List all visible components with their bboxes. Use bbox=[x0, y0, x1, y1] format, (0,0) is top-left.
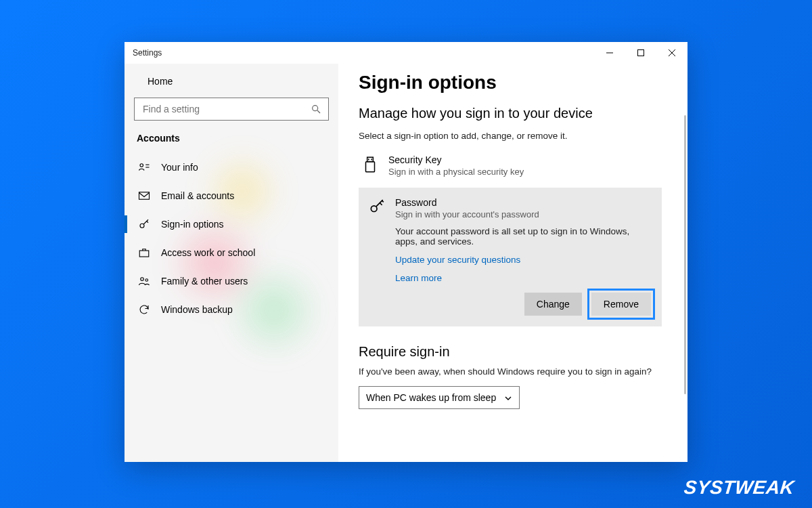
sidebar-item-label: Windows backup bbox=[161, 304, 233, 315]
briefcase-icon bbox=[138, 247, 150, 259]
svg-point-4 bbox=[313, 106, 318, 111]
sidebar-nav: Your info Email & accounts Sign-in optio… bbox=[134, 153, 329, 324]
sidebar-item-label: Access work or school bbox=[161, 247, 255, 258]
remove-button[interactable]: Remove bbox=[591, 293, 651, 316]
usb-key-icon bbox=[361, 156, 379, 173]
option-sub: Sign in with your account's password bbox=[395, 209, 539, 219]
svg-point-10 bbox=[140, 224, 144, 228]
window-title: Settings bbox=[133, 48, 162, 58]
svg-rect-1 bbox=[638, 50, 644, 56]
svg-rect-9 bbox=[139, 192, 150, 200]
option-title: Security Key bbox=[388, 154, 524, 165]
svg-rect-14 bbox=[367, 157, 374, 162]
password-key-icon bbox=[368, 198, 386, 216]
svg-point-13 bbox=[145, 279, 148, 282]
option-password[interactable]: Password Sign in with your account's pas… bbox=[368, 197, 651, 219]
sidebar-item-label: Your info bbox=[161, 162, 198, 173]
learn-more-link[interactable]: Learn more bbox=[395, 273, 651, 283]
sidebar: Home Accounts Your info bbox=[125, 64, 338, 462]
require-signin-dropdown[interactable]: When PC wakes up from sleep bbox=[359, 386, 520, 409]
svg-point-12 bbox=[141, 278, 144, 281]
search-input[interactable] bbox=[134, 98, 329, 121]
sidebar-item-signin-options[interactable]: Sign-in options bbox=[134, 210, 329, 238]
require-signin-title: Require sign-in bbox=[359, 344, 662, 360]
titlebar: Settings bbox=[125, 42, 687, 64]
chevron-down-icon bbox=[504, 394, 512, 402]
option-security-key[interactable]: Security Key Sign in with a physical sec… bbox=[359, 150, 662, 181]
sidebar-home[interactable]: Home bbox=[134, 69, 329, 93]
settings-window: Settings Home A bbox=[125, 42, 687, 462]
people-icon bbox=[138, 275, 150, 287]
sidebar-item-label: Family & other users bbox=[161, 276, 248, 287]
sidebar-item-work-school[interactable]: Access work or school bbox=[134, 238, 329, 267]
sidebar-item-label: Sign-in options bbox=[161, 219, 224, 230]
sidebar-item-your-info[interactable]: Your info bbox=[134, 153, 329, 182]
sidebar-item-email-accounts[interactable]: Email & accounts bbox=[134, 182, 329, 210]
search-field[interactable] bbox=[141, 103, 311, 115]
sidebar-item-family-users[interactable]: Family & other users bbox=[134, 267, 329, 295]
option-password-panel: Password Sign in with your account's pas… bbox=[359, 188, 662, 326]
watermark: SYSTWEAK bbox=[684, 477, 794, 499]
close-button[interactable] bbox=[656, 42, 687, 64]
require-signin-question: If you've been away, when should Windows… bbox=[359, 366, 662, 377]
maximize-button[interactable] bbox=[625, 42, 656, 64]
sync-icon bbox=[138, 303, 150, 316]
content-pane: Sign-in options Manage how you sign in t… bbox=[338, 64, 687, 462]
sidebar-item-windows-backup[interactable]: Windows backup bbox=[134, 295, 329, 324]
sidebar-section-label: Accounts bbox=[137, 133, 329, 144]
page-subtitle: Manage how you sign in to your device bbox=[359, 106, 662, 121]
sidebar-item-label: Email & accounts bbox=[161, 190, 234, 201]
sidebar-home-label: Home bbox=[148, 76, 173, 87]
search-icon bbox=[311, 104, 321, 114]
person-card-icon bbox=[138, 161, 150, 173]
scrollbar[interactable] bbox=[684, 115, 686, 394]
page-title: Sign-in options bbox=[359, 72, 662, 93]
option-title: Password bbox=[395, 197, 539, 208]
minimize-button[interactable] bbox=[594, 42, 625, 64]
dropdown-selected: When PC wakes up from sleep bbox=[366, 392, 496, 403]
svg-line-5 bbox=[317, 110, 320, 113]
mail-icon bbox=[138, 190, 150, 202]
svg-point-6 bbox=[140, 164, 143, 167]
change-button[interactable]: Change bbox=[524, 293, 582, 316]
option-sub: Sign in with a physical security key bbox=[388, 167, 524, 177]
svg-rect-15 bbox=[366, 162, 375, 172]
svg-point-18 bbox=[371, 206, 377, 212]
page-hint: Select a sign-in option to add, change, … bbox=[359, 131, 662, 141]
key-icon bbox=[138, 218, 150, 230]
svg-rect-11 bbox=[139, 251, 149, 257]
update-security-questions-link[interactable]: Update your security questions bbox=[395, 255, 651, 265]
password-status-text: Your account password is all set up to s… bbox=[395, 226, 651, 247]
